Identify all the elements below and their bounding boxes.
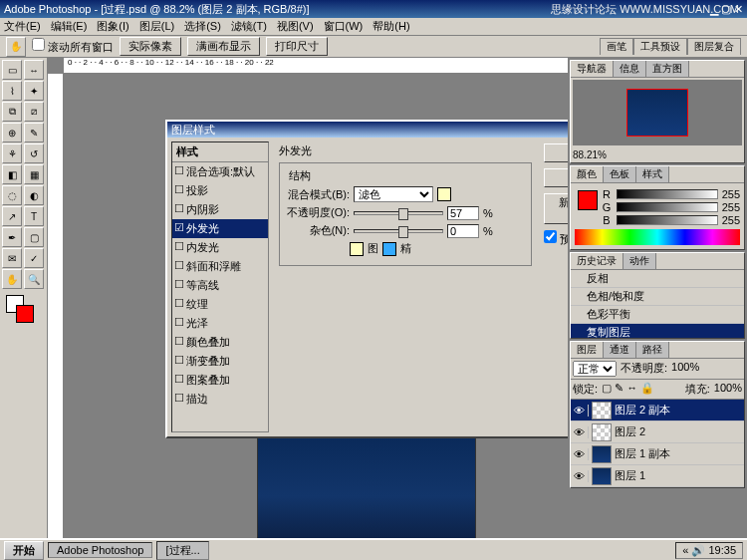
visibility-icon[interactable]: 👁 xyxy=(571,405,589,417)
task-doc[interactable]: [过程... xyxy=(156,541,208,560)
menu-file[interactable]: 文件(E) xyxy=(4,19,41,34)
lock-icons[interactable]: ▢ ✎ ↔ 🔒 xyxy=(602,382,654,397)
color-tab[interactable]: 颜色 xyxy=(571,166,604,182)
actions-tab[interactable]: 动作 xyxy=(623,253,656,269)
blend-mode-select[interactable]: 正常 xyxy=(573,361,617,377)
layer-row[interactable]: 👁图层 1 副本 xyxy=(571,443,744,465)
pen-tool[interactable]: ✒ xyxy=(2,227,22,247)
swatches-tab[interactable]: 色板 xyxy=(604,166,636,182)
history-item[interactable]: 复制图层 xyxy=(571,324,744,338)
styles-header[interactable]: 样式 xyxy=(172,142,268,162)
hand-tool[interactable]: ✋ xyxy=(2,269,22,289)
noise-slider[interactable] xyxy=(354,229,443,233)
menu-layer[interactable]: 图层(L) xyxy=(139,19,174,34)
stroke-item[interactable]: 描边 xyxy=(172,390,268,409)
eyedropper-tool[interactable]: ✓ xyxy=(24,248,44,268)
zoom-tool[interactable]: 🔍 xyxy=(24,269,44,289)
gradient-swatch[interactable] xyxy=(382,242,396,256)
task-app[interactable]: Adobe Photoshop xyxy=(48,542,152,558)
layer-row[interactable]: 👁图层 2 xyxy=(571,421,744,443)
opacity-input[interactable] xyxy=(447,206,479,220)
outer-glow-item[interactable]: 外发光 xyxy=(172,219,268,238)
inner-glow-item[interactable]: 内发光 xyxy=(172,238,268,257)
inner-shadow-item[interactable]: 内阴影 xyxy=(172,200,268,219)
menu-image[interactable]: 图象(I) xyxy=(97,19,128,34)
noise-input[interactable] xyxy=(447,224,479,238)
path-tool[interactable]: ↗ xyxy=(2,206,22,226)
dodge-tool[interactable]: ◐ xyxy=(24,185,44,205)
navigator-tab[interactable]: 导航器 xyxy=(571,61,614,77)
layer-row[interactable]: 👁图层 1 xyxy=(571,465,744,487)
cancel-button[interactable]: 取消 xyxy=(544,168,568,187)
color-overlay-item[interactable]: 颜色叠加 xyxy=(172,333,268,352)
history-brush-tool[interactable]: ↺ xyxy=(24,143,44,163)
history-item[interactable]: 反相 xyxy=(571,270,744,288)
bevel-item[interactable]: 斜面和浮雕 xyxy=(172,257,268,276)
zoom-readout[interactable]: 88.21% xyxy=(571,147,744,162)
menu-help[interactable]: 帮助(H) xyxy=(373,19,409,34)
menu-window[interactable]: 窗口(W) xyxy=(324,19,364,34)
color-swatches[interactable] xyxy=(2,295,45,325)
paths-tab[interactable]: 路径 xyxy=(636,342,669,358)
blend-mode-select[interactable]: 滤色 xyxy=(354,186,433,202)
styles-tab[interactable]: 样式 xyxy=(636,166,669,182)
menu-view[interactable]: 视图(V) xyxy=(277,19,314,34)
channels-tab[interactable]: 通道 xyxy=(604,342,636,358)
menu-filter[interactable]: 滤镜(T) xyxy=(231,19,267,34)
hand-tool-indicator[interactable]: ✋ xyxy=(6,37,26,57)
gradient-overlay-item[interactable]: 渐变叠加 xyxy=(172,352,268,371)
dialog-titlebar[interactable]: 图层样式 ✕ xyxy=(167,122,568,138)
slice-tool[interactable]: ⧄ xyxy=(24,102,44,122)
visibility-icon[interactable]: 👁 xyxy=(571,470,589,482)
start-button[interactable]: 开始 xyxy=(4,541,44,560)
blend-default-item[interactable]: 混合选项:默认 xyxy=(172,162,268,181)
color-fg-swatch[interactable] xyxy=(578,190,598,210)
history-item[interactable]: 色彩平衡 xyxy=(571,306,744,324)
pattern-overlay-item[interactable]: 图案叠加 xyxy=(172,371,268,390)
info-tab[interactable]: 信息 xyxy=(614,61,646,77)
brushes-tab[interactable]: 画笔 xyxy=(600,38,633,55)
visibility-icon[interactable]: 👁 xyxy=(571,426,589,438)
layer-row[interactable]: 👁图层 2 副本 xyxy=(571,400,744,421)
system-tray[interactable]: « 🔊 19:35 xyxy=(675,542,743,559)
shape-tool[interactable]: ▢ xyxy=(24,227,44,247)
layer-comps-tab[interactable]: 图层复合 xyxy=(687,38,741,55)
visibility-icon[interactable]: 👁 xyxy=(571,448,589,460)
g-slider[interactable] xyxy=(617,202,718,212)
notes-tool[interactable]: ✉ xyxy=(2,248,22,268)
contour-item[interactable]: 等高线 xyxy=(172,276,268,295)
eraser-tool[interactable]: ◧ xyxy=(2,164,22,184)
history-tab[interactable]: 历史记录 xyxy=(571,253,623,269)
background-swatch[interactable] xyxy=(16,305,34,323)
histogram-tab[interactable]: 直方图 xyxy=(646,61,689,77)
history-item[interactable]: 色相/饱和度 xyxy=(571,288,744,306)
color-ramp[interactable] xyxy=(575,229,740,245)
element-color[interactable] xyxy=(350,242,364,256)
menu-select[interactable]: 选择(S) xyxy=(184,19,221,34)
drop-shadow-item[interactable]: 投影 xyxy=(172,181,268,200)
heal-tool[interactable]: ⊕ xyxy=(2,123,22,142)
menu-edit[interactable]: 编辑(E) xyxy=(51,19,88,34)
r-slider[interactable] xyxy=(617,189,718,199)
brush-tool[interactable]: ✎ xyxy=(24,123,44,142)
layers-tab[interactable]: 图层 xyxy=(571,342,604,358)
b-slider[interactable] xyxy=(617,215,718,225)
type-tool[interactable]: T xyxy=(24,206,44,226)
blur-tool[interactable]: ◌ xyxy=(2,185,22,205)
scroll-all-check[interactable]: 滚动所有窗口 xyxy=(32,38,114,55)
new-style-button[interactable]: 新建样式(W)... xyxy=(544,193,568,224)
satin-item[interactable]: 光泽 xyxy=(172,314,268,333)
preview-check[interactable]: 预览(V) xyxy=(544,230,568,247)
fit-screen-button[interactable]: 满画布显示 xyxy=(187,37,260,56)
document-canvas[interactable] xyxy=(257,436,476,542)
texture-item[interactable]: 纹理 xyxy=(172,295,268,314)
stamp-tool[interactable]: ⚘ xyxy=(2,143,22,163)
navigator-view[interactable] xyxy=(573,80,742,145)
lasso-tool[interactable]: ⌇ xyxy=(2,81,22,101)
opacity-slider[interactable] xyxy=(354,211,443,215)
glow-color-swatch[interactable] xyxy=(437,187,451,201)
marquee-tool[interactable]: ▭ xyxy=(2,60,22,80)
actual-pixels-button[interactable]: 实际像素 xyxy=(120,37,181,56)
move-tool[interactable]: ↔ xyxy=(24,60,44,80)
ok-button[interactable]: 好 xyxy=(544,143,568,162)
